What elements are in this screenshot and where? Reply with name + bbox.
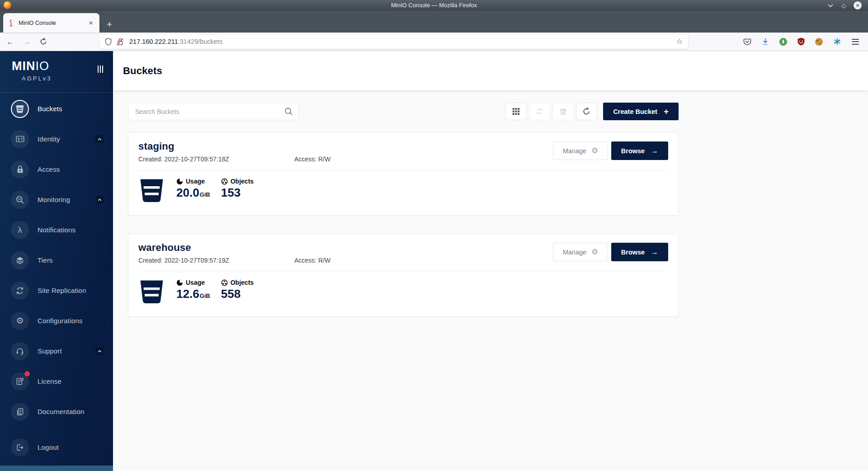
usage-pie-icon: [176, 178, 183, 185]
sidebar-item-identity[interactable]: Identity: [0, 124, 113, 154]
sidebar-item-logout[interactable]: Logout: [0, 432, 113, 462]
sidebar-item-license[interactable]: License: [0, 366, 113, 396]
search-input[interactable]: [128, 103, 299, 120]
license-notification-badge: [24, 371, 30, 377]
window-titlebar: MinIO Console — Mozilla Firefox ◇ ✕: [0, 0, 868, 11]
url-host: 217.160.222.211: [129, 38, 178, 45]
gear-icon: ⚙: [591, 147, 598, 155]
content-area: Create Bucket + staging Created: 2022-10…: [113, 90, 868, 471]
usage-metric: Usage 20.0GiB: [176, 178, 210, 199]
support-collapse-chevron-icon[interactable]: [95, 347, 104, 355]
objects-value: 558: [221, 287, 255, 301]
bucket-access: Access: R/W: [294, 155, 330, 163]
page-header: Buckets: [113, 51, 868, 90]
bookmark-star-icon[interactable]: ☆: [676, 38, 683, 45]
replication-arrows-icon: [11, 282, 29, 300]
reload-button[interactable]: [40, 38, 47, 45]
window-maximize-icon[interactable]: ◇: [841, 3, 846, 9]
window-close-icon[interactable]: ✕: [854, 1, 862, 9]
url-path: :31429/buckets: [178, 38, 222, 45]
extension-asterisk-icon[interactable]: [833, 38, 841, 46]
search-buckets-box: [128, 103, 299, 120]
view-grid-button[interactable]: [505, 103, 527, 120]
monitoring-collapse-chevron-icon[interactable]: [95, 196, 104, 204]
layers-icon: [11, 251, 29, 269]
sidebar-item-configurations[interactable]: ⚙ Configurations: [0, 306, 113, 336]
page-title: Buckets: [123, 65, 162, 77]
sidebar-item-site-replication[interactable]: Site Replication: [0, 275, 113, 306]
cookie-extension-icon[interactable]: [815, 38, 823, 46]
replication-icon: [536, 108, 543, 115]
sidebar-item-notifications[interactable]: λ Notifications: [0, 215, 113, 245]
browse-button[interactable]: Browse →: [611, 141, 668, 160]
ublock-origin-icon[interactable]: [797, 38, 805, 46]
bucket-created: Created: 2022-10-27T09:57:18Z: [138, 155, 294, 163]
usage-unit: GiB: [200, 191, 210, 198]
bucket-created: Created: 2022-10-27T09:57:19Z: [138, 257, 294, 264]
tracking-protection-shield-icon[interactable]: [105, 38, 112, 46]
edition-label: AGPLv3: [22, 75, 102, 82]
delete-bucket-button[interactable]: [552, 103, 574, 120]
sidebar-collapse-icon[interactable]: [98, 66, 104, 73]
window-controls: ◇ ✕: [827, 0, 862, 11]
sidebar-bottom-strip: [0, 466, 113, 471]
url-text: 217.160.222.211:31429/buckets: [129, 38, 222, 45]
sidebar-item-monitoring[interactable]: Monitoring: [0, 184, 113, 215]
create-bucket-button[interactable]: Create Bucket +: [603, 103, 679, 120]
bucket-access: Access: R/W: [294, 257, 330, 264]
sidebar: MINIO AGPLv3 Buckets Identity: [0, 51, 113, 471]
card-divider: [138, 170, 668, 171]
tab-close-icon[interactable]: ✕: [87, 19, 95, 27]
bucket-icon: [11, 100, 29, 118]
new-tab-button[interactable]: +: [107, 19, 112, 29]
extension-green-icon[interactable]: [779, 38, 787, 46]
usage-pie-icon: [176, 279, 183, 286]
window-minimize-icon[interactable]: [827, 4, 834, 8]
identity-collapse-chevron-icon[interactable]: [95, 135, 104, 143]
support-headset-icon: [11, 342, 29, 360]
sidebar-item-tiers[interactable]: Tiers: [0, 245, 113, 275]
usage-value: 12.6: [176, 287, 199, 301]
bucket-card-warehouse[interactable]: warehouse Created: 2022-10-27T09:57:19Z …: [128, 234, 679, 317]
browse-button[interactable]: Browse →: [611, 243, 668, 261]
url-bar[interactable]: 217.160.222.211:31429/buckets ☆: [99, 35, 688, 49]
forward-button[interactable]: →: [23, 38, 31, 46]
set-replication-button[interactable]: [529, 103, 550, 120]
documentation-book-icon: [11, 403, 29, 421]
card-divider: [138, 272, 668, 272]
menu-hamburger-icon[interactable]: [852, 39, 859, 45]
bucket-icon: [138, 279, 165, 305]
tab-title: MinIO Console: [19, 20, 87, 26]
gear-icon: ⚙: [11, 312, 29, 330]
sidebar-item-buckets[interactable]: Buckets: [0, 94, 113, 124]
browser-tab[interactable]: MinIO Console ✕: [3, 13, 99, 33]
bucket-card-staging[interactable]: staging Created: 2022-10-27T09:57:18Z Ac…: [128, 132, 679, 216]
lambda-icon: λ: [11, 221, 29, 239]
sidebar-logo: MINIO AGPLv3: [0, 51, 113, 93]
identity-card-icon: [11, 130, 29, 148]
sidebar-item-support[interactable]: Support: [0, 336, 113, 366]
refresh-button[interactable]: [576, 103, 597, 120]
download-icon[interactable]: [762, 38, 769, 46]
manage-button[interactable]: Manage ⚙: [553, 141, 608, 160]
manage-button[interactable]: Manage ⚙: [553, 243, 608, 261]
objects-value: 153: [221, 186, 255, 199]
sidebar-item-documentation[interactable]: Documentation: [0, 396, 113, 427]
monitoring-magnifier-icon: [11, 191, 29, 209]
window-title: MinIO Console — Mozilla Firefox: [0, 0, 868, 11]
sidebar-item-access[interactable]: Access: [0, 154, 113, 184]
insecure-lock-icon[interactable]: [117, 38, 123, 46]
usage-metric: Usage 12.6GiB: [176, 279, 210, 301]
browser-navbar: ← → 217.160.222.211:31429/buckets ☆: [0, 33, 868, 51]
grid-icon: [512, 108, 520, 115]
objects-icon: [221, 279, 228, 286]
license-document-icon: [11, 372, 29, 391]
browser-tabstrip: MinIO Console ✕ +: [0, 11, 868, 33]
plus-icon: +: [664, 107, 669, 116]
gear-icon: ⚙: [591, 248, 598, 256]
pocket-icon[interactable]: [743, 38, 751, 46]
objects-metric: Objects 558: [221, 279, 255, 301]
back-button[interactable]: ←: [6, 38, 14, 46]
objects-icon: [221, 178, 228, 185]
refresh-icon: [583, 108, 590, 115]
